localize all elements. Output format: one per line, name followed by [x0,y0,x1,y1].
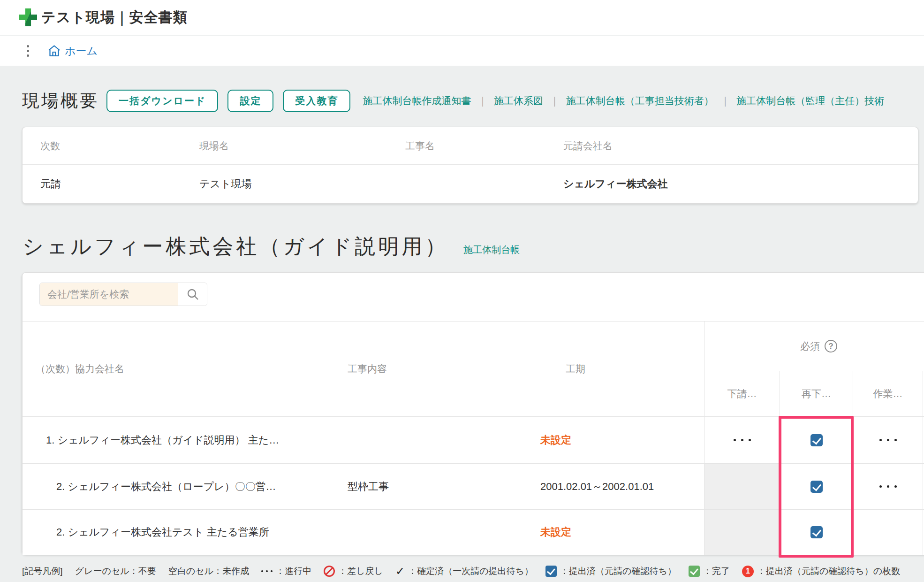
overview-toolbar: 現場概要 一括ダウンロード 設定 受入教育 施工体制台帳作成通知書｜施工体系図｜… [22,89,924,113]
document-link[interactable]: 施工体制台帳（工事担当技術者） [566,94,714,107]
document-link[interactable]: 施工体系図 [494,94,543,107]
period-cell: 2001.02.01～2002.01.01 [538,463,704,509]
tier-value: 元請 [23,165,182,203]
rejected-icon [324,566,335,577]
prime-contractor-value: シェルフィー株式会社 [545,165,918,203]
company-name-cell: 1. シェルフィー株式会社（ガイド説明用） 主た… [23,416,336,463]
legend-text: 空白のセル：未作成 [168,565,249,577]
in-progress-cell[interactable] [704,416,780,463]
in-progress-dots-icon [879,485,897,488]
company-search [39,283,207,306]
legend-item: グレーのセル：不要 [75,565,156,577]
legend-item: ：提出済（元請の確認待ち） [545,565,676,577]
submitted-checkbox-cell[interactable] [780,509,853,555]
legend-text: ：提出済（元請の確認待ち） [560,565,676,577]
legend-item: ：進行中 [261,565,311,577]
legend-item: ：差し戻し [324,565,383,577]
company-table: （次数）協力会社名 工事内容 工期 必須 ? 下請… 再下… 作業… 1. シェ… [23,321,924,554]
required-label: 必須 [800,340,820,353]
subcol-header-saishita: 再下… [780,371,853,416]
app-header: テスト現場｜安全書類 [0,0,924,35]
legend-text: グレーのセル：不要 [75,565,156,577]
company-name-cell: 2. シェルフィー株式会社テスト 主たる営業所 [23,509,336,555]
company-heading-row: シェルフィー株式会社（ガイド説明用） 施工体制台帳 [23,233,520,260]
work-content-cell [336,509,538,555]
legend-text: ：提出済（元請の確認待ち）の枚数 [757,565,900,577]
not-required-cell [704,463,780,509]
document-links: 施工体制台帳作成通知書｜施工体系図｜施工体制台帳（工事担当技術者）｜施工体制台帳… [360,94,887,107]
kebab-menu-icon[interactable] [27,45,29,57]
main-content: 現場概要 一括ダウンロード 設定 受入教育 施工体制台帳作成通知書｜施工体系図｜… [0,66,924,582]
link-separator: ｜ [477,94,487,107]
construction-name-value [387,165,545,203]
submitted-checkbox-cell[interactable] [780,416,853,463]
settings-button[interactable]: 設定 [227,90,273,112]
in-progress-dots-icon [879,439,897,441]
intake-training-button[interactable]: 受入教育 [283,90,350,112]
col-header-work-content: 工事内容 [336,322,538,416]
construction-ledger-link[interactable]: 施工体制台帳 [463,244,520,256]
submitted-checkbox-cell[interactable] [780,463,853,509]
period-cell[interactable]: 未設定 [538,509,704,555]
submitted-checkbox-icon [810,434,823,446]
site-name-value: テスト現場 [182,165,387,203]
help-icon[interactable]: ? [825,340,837,352]
legend-item: 1：提出済（元請の確認待ち）の枚数 [742,565,900,577]
legend-item: 空白のセル：未作成 [168,565,249,577]
document-link[interactable]: 施工体制台帳（監理（主任）技術 [736,94,884,107]
company-name-cell: 2. シェルフィー株式会社（ロープレ）〇〇営… [23,463,336,509]
legend-text: ：確定済（一次請の提出待ち） [408,565,533,577]
work-content-cell [336,416,538,463]
bulk-download-button[interactable]: 一括ダウンロード [106,90,218,112]
search-icon [187,288,199,300]
overview-col-header-site: 現場名 [182,127,387,165]
breadcrumb: ホーム [0,36,924,66]
legend-item: ：完了 [689,565,730,577]
in-progress-cell[interactable] [853,463,923,509]
in-progress-dots-icon [261,570,273,572]
company-heading: シェルフィー株式会社（ガイド説明用） [23,233,448,260]
link-separator: ｜ [550,94,560,107]
period-cell[interactable]: 未設定 [538,416,704,463]
link-separator: ｜ [720,94,730,107]
legend-item: ✓：確定済（一次請の提出待ち） [395,565,533,577]
overview-col-header-tier: 次数 [23,127,182,165]
home-icon [48,45,61,57]
in-progress-cell[interactable] [853,416,923,463]
col-header-company-name: （次数）協力会社名 [23,322,336,416]
overview-heading: 現場概要 [22,89,99,113]
search-button[interactable] [178,283,207,306]
not-created-cell [853,509,923,555]
subcol-header-sagyou: 作業… [853,371,923,416]
search-input[interactable] [40,283,178,306]
col-header-required: 必須 ? [704,322,924,371]
company-table-card: （次数）協力会社名 工事内容 工期 必須 ? 下請… 再下… 作業… 1. シェ… [22,272,924,554]
legend: [記号凡例]グレーのセル：不要空白のセル：未作成：進行中：差し戻し✓：確定済（一… [22,562,922,581]
breadcrumb-home-link[interactable]: ホーム [48,44,98,58]
submitted-checkbox-icon [545,566,557,577]
submitted-count-badge: 1 [742,566,754,577]
subcol-header-shitauke: 下請… [704,371,780,416]
site-overview-card: 次数 現場名 工事名 元請会社名 元請 テスト現場 シェルフィー株式会社 [22,127,918,204]
completed-checkbox-icon [689,566,700,577]
app-title: テスト現場｜安全書類 [41,8,188,27]
overview-col-header-construction: 工事名 [387,127,545,165]
legend-text: ：差し戻し [338,565,383,577]
overview-col-header-prime: 元請会社名 [545,127,918,165]
confirmed-check-icon: ✓ [395,566,405,577]
work-content-cell: 型枠工事 [336,463,538,509]
legend-prefix: [記号凡例] [22,565,63,577]
col-header-period: 工期 [538,322,704,416]
submitted-checkbox-icon [810,481,823,493]
submitted-checkbox-icon [810,526,823,538]
in-progress-dots-icon [734,439,751,441]
not-required-cell [704,509,780,555]
legend-text: ：進行中 [276,565,311,577]
app-logo-cross-icon [19,8,37,26]
document-link[interactable]: 施工体制台帳作成通知書 [363,94,471,107]
home-label: ホーム [65,44,98,58]
legend-text: ：完了 [703,565,730,577]
